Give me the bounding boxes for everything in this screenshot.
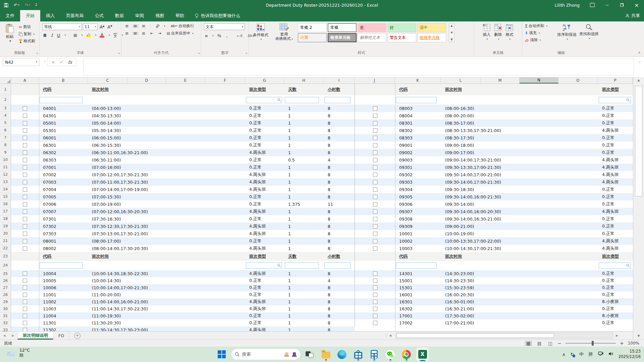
cell[interactable]: 1 xyxy=(284,245,324,252)
cell[interactable]: 0.正常 xyxy=(245,119,284,127)
cell[interactable]: 0.正常 xyxy=(598,215,633,223)
cell[interactable]: 07303 xyxy=(39,230,88,237)
filter-input[interactable] xyxy=(324,262,351,269)
row-checkbox[interactable] xyxy=(23,307,27,311)
ime-mode-indicator[interactable]: 中 xyxy=(579,351,584,357)
cell[interactable]: 1 xyxy=(284,215,324,223)
zoom-in-button[interactable]: + xyxy=(620,341,624,346)
cell[interactable]: 4.两头班 xyxy=(245,171,284,178)
gallery-down-icon[interactable]: ▼ xyxy=(450,31,452,34)
ribbon-tab-开始[interactable]: 开始 xyxy=(20,10,40,21)
row-checkbox[interactable] xyxy=(23,121,27,125)
volume-icon[interactable] xyxy=(608,352,613,357)
cell[interactable]: (08:30-13:30,17:30-21:00) xyxy=(441,127,598,134)
format-painter-button[interactable]: 格式刷 xyxy=(19,39,35,44)
cell[interactable]: 0.正常 xyxy=(245,156,284,164)
merge-center-button[interactable]: ⊟合并后居中▾ xyxy=(167,31,194,36)
cell[interactable]: 07003 xyxy=(39,178,88,186)
cell[interactable]: (10:00-14:00,17:00-21:30) xyxy=(88,284,245,291)
cell-style-常规 2[interactable]: 常规 2 xyxy=(298,23,327,32)
cell[interactable]: 11001 xyxy=(39,291,88,298)
row-checkbox[interactable] xyxy=(23,202,27,206)
row-checkbox[interactable] xyxy=(23,217,27,221)
cell[interactable]: (09:30-14:00,16:00-20:30) xyxy=(441,208,598,215)
cell[interactable]: 0.正常 xyxy=(245,237,284,245)
ribbon-display-options-icon[interactable] xyxy=(585,0,600,10)
file-explorer-button[interactable] xyxy=(320,348,332,361)
cell[interactable]: 1 xyxy=(284,112,324,119)
cell[interactable]: 0.正常 xyxy=(245,164,284,171)
cell[interactable]: 07005 xyxy=(39,193,88,200)
cell-style-差[interactable]: 差 xyxy=(358,23,386,32)
cell[interactable]: 1 xyxy=(284,105,324,112)
row-number[interactable]: 2 xyxy=(0,95,11,105)
cell[interactable]: 1 xyxy=(284,178,324,186)
cell[interactable]: 04301 xyxy=(39,112,88,119)
cell[interactable]: (07:00-15:30) xyxy=(88,193,245,200)
cell[interactable]: 05301 xyxy=(39,127,88,134)
row-checkbox[interactable] xyxy=(373,136,377,140)
row-checkbox[interactable] xyxy=(373,195,377,199)
row-checkbox[interactable] xyxy=(373,314,377,318)
cell[interactable]: 0.正常 xyxy=(245,127,284,134)
row-checkbox[interactable] xyxy=(373,224,377,229)
normal-view-icon[interactable]: ▦ xyxy=(525,341,532,346)
increase-indent-icon[interactable]: ⇥ xyxy=(157,31,162,36)
cell[interactable]: 1 xyxy=(284,208,324,215)
cell-style-解释性文本[interactable]: 解释性文本 xyxy=(358,33,386,42)
cell[interactable]: 0.正常 xyxy=(598,186,633,193)
column-header-K[interactable]: K xyxy=(395,77,441,83)
page-layout-view-icon[interactable]: ▤ xyxy=(536,341,543,346)
cell[interactable]: 07006 xyxy=(39,200,88,208)
cell[interactable]: 06303 xyxy=(39,156,88,164)
italic-button[interactable]: I xyxy=(50,33,54,38)
sheet-nav-left-icon[interactable]: ◀ xyxy=(0,331,9,340)
cell[interactable]: 0.正常 xyxy=(245,105,284,112)
cell[interactable]: (07:30-13:00,17:30-21:00) xyxy=(88,230,245,237)
row-number[interactable]: 21 xyxy=(0,237,11,245)
search-tophat-icon[interactable] xyxy=(292,352,297,357)
cell[interactable]: 代码 xyxy=(395,252,441,261)
cell[interactable]: 4.两头班 xyxy=(245,230,284,237)
font-color-button[interactable]: A xyxy=(99,33,105,38)
cell[interactable]: 1 xyxy=(284,134,324,141)
zoom-slider-thumb[interactable] xyxy=(592,341,594,346)
cell[interactable]: 4.两头班 xyxy=(598,208,633,215)
number-dialog-launcher-icon[interactable]: ⇘ xyxy=(245,52,248,55)
vertical-scroll-thumb[interactable] xyxy=(635,86,642,196)
confirm-entry-icon[interactable]: ✓ xyxy=(60,60,63,65)
cell[interactable]: 0.正常 xyxy=(598,149,633,156)
cell[interactable]: 天数 xyxy=(284,252,324,261)
row-checkbox[interactable] xyxy=(373,143,377,147)
cell[interactable]: 0.正常 xyxy=(245,200,284,208)
cell[interactable]: (11:30-20:30) xyxy=(88,319,245,326)
cell[interactable]: (10:00-19:00) xyxy=(441,230,598,237)
cell[interactable]: 11002 xyxy=(39,298,88,305)
cell[interactable]: 09308 xyxy=(395,215,441,223)
cell[interactable]: 班次时间 xyxy=(441,84,598,95)
cell[interactable]: 8 xyxy=(324,193,355,200)
cell[interactable]: 09303 xyxy=(395,178,441,186)
cell[interactable]: 8 xyxy=(324,305,355,312)
cell[interactable]: 1 xyxy=(284,305,324,312)
cell[interactable]: 0.正常 xyxy=(245,319,284,326)
row-checkbox[interactable] xyxy=(373,307,377,311)
cell[interactable]: 8 xyxy=(324,149,355,156)
cell[interactable]: (09:30-14:00,17:00-21:30) xyxy=(441,178,598,186)
row-number[interactable]: 6 xyxy=(0,127,11,134)
row-checkbox[interactable] xyxy=(373,279,377,283)
cell[interactable]: 4.两头班 xyxy=(245,149,284,156)
underline-button[interactable]: U xyxy=(56,33,61,38)
share-button[interactable]: 共享 xyxy=(625,10,640,21)
cell[interactable]: (10:00-14:30) xyxy=(88,277,245,284)
cell[interactable]: 8.小夜班 xyxy=(598,298,633,305)
wechat-button[interactable] xyxy=(384,348,397,361)
column-header-O[interactable]: O xyxy=(558,77,598,83)
cell[interactable]: 0.正常 xyxy=(598,105,633,112)
row-checkbox[interactable] xyxy=(23,209,27,214)
cell[interactable]: 15301 xyxy=(395,284,441,291)
cell[interactable]: (11:30-14:30,17:30-23:00) xyxy=(88,326,245,331)
taskbar-search-box[interactable]: 搜索 xyxy=(231,349,300,360)
cell[interactable]: (09:00-18:00) xyxy=(441,141,598,149)
cell[interactable]: 07002 xyxy=(39,171,88,178)
